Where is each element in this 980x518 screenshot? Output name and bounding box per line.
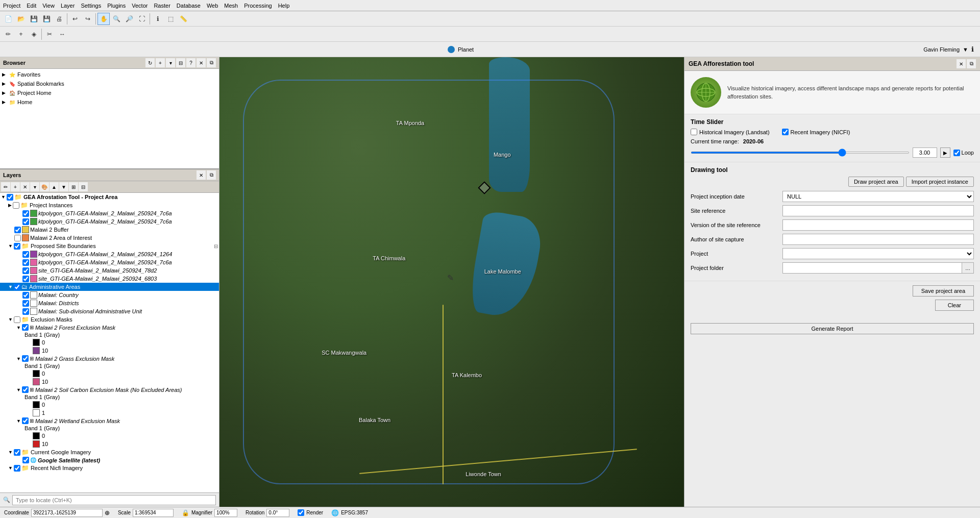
menu-item-processing[interactable]: Processing (241, 2, 275, 10)
project-select[interactable] (782, 248, 974, 259)
layers-edit-btn[interactable]: ✏ (1, 182, 10, 191)
undo-btn[interactable]: ↩ (69, 13, 81, 25)
layers-filter-btn[interactable]: ▾ (30, 182, 39, 191)
aa-check[interactable] (14, 284, 20, 290)
project-folder-browse-btn[interactable]: … (962, 262, 974, 274)
menu-item-web[interactable]: Web (204, 2, 221, 10)
gm-check[interactable] (22, 355, 29, 362)
fm-check[interactable] (22, 324, 29, 331)
layer-gea-group[interactable]: ▼ 📁 GEA Afrostation Tool - Project Area (0, 193, 219, 201)
md-check[interactable] (22, 300, 29, 307)
layer-malawi-country[interactable]: Malawi: Country (0, 291, 219, 299)
coordinate-input[interactable] (31, 509, 103, 517)
move-btn[interactable]: ↔ (56, 28, 68, 40)
menu-item-project[interactable]: Project (0, 2, 23, 10)
select-btn[interactable]: ⬚ (164, 13, 177, 25)
clear-btn[interactable]: Clear (935, 300, 974, 311)
layer-proposed-sites[interactable]: ▼ 📁 Proposed Site Boundaries ⊟ (0, 242, 219, 250)
layer-forest-mask[interactable]: ▼ ⊞ Malawi 2 Forest Exclusion Mask (0, 324, 219, 331)
sm-check[interactable] (22, 386, 29, 393)
layers-expand-btn[interactable]: ⊞ (69, 182, 78, 191)
menu-item-edit[interactable]: Edit (23, 2, 39, 10)
browser-detach-btn[interactable]: ⧉ (207, 58, 216, 67)
site-reference-input[interactable] (782, 205, 974, 216)
rotation-input[interactable] (266, 509, 289, 517)
browser-project-home[interactable]: ▶ 🏠 Project Home (1, 88, 218, 97)
menu-item-settings[interactable]: Settings (78, 2, 104, 10)
layer-malawi-buffer[interactable]: Malawi 2 Buffer (0, 226, 219, 234)
speed-input[interactable]: 3.00 (913, 147, 937, 158)
browser-spatial-bookmarks[interactable]: ▶ 🔖 Spatial Bookmarks (1, 79, 218, 88)
print-btn[interactable]: 🖨 (53, 13, 65, 25)
layer-google-imagery[interactable]: ▼ 📁 Current Google Imagery (0, 448, 219, 456)
menu-item-database[interactable]: Database (174, 2, 204, 10)
menu-item-layer[interactable]: Layer (58, 2, 78, 10)
map-area[interactable]: ✎ TA Mponda Mango TA Chimwala Lake Malom… (219, 57, 684, 507)
menu-item-vector[interactable]: Vector (129, 2, 151, 10)
edit-node-btn[interactable]: ◈ (28, 28, 40, 40)
pan-btn[interactable]: ✋ (97, 13, 110, 25)
ktp1-check[interactable] (22, 210, 29, 217)
zoom-in-btn[interactable]: 🔍 (110, 13, 122, 25)
s68-check[interactable] (22, 276, 29, 282)
layers-close-btn[interactable]: ✕ (197, 170, 206, 180)
layers-remove-btn[interactable]: ✕ (20, 182, 30, 191)
layer-project-instances[interactable]: ▶ 📁 Project Instances (0, 201, 219, 209)
s78-check[interactable] (22, 267, 29, 274)
layers-down-btn[interactable]: ▼ (59, 182, 68, 191)
menu-item-raster[interactable]: Raster (151, 2, 173, 10)
browser-favorites[interactable]: ▶ ⭐ Favorites (1, 70, 218, 79)
kt1264-check[interactable] (22, 251, 29, 258)
identify-btn[interactable]: ℹ (152, 13, 164, 25)
browser-collapse-btn[interactable]: ⊟ (176, 58, 185, 67)
digitize-btn[interactable]: ✏ (2, 28, 14, 40)
ktp2-check[interactable] (22, 218, 29, 225)
browser-home[interactable]: ▶ 📁 Home (1, 97, 218, 107)
layers-style-btn[interactable]: 🎨 (40, 182, 49, 191)
em-check[interactable] (14, 316, 20, 323)
layer-nicfi[interactable]: ▼ 📁 Recent Nicfi Imagery (0, 464, 219, 472)
layer-kt1264[interactable]: ktpolygon_GTI-GEA-Malawi_2_Malawi_250924… (0, 250, 219, 258)
nicfi-check[interactable] (14, 465, 20, 472)
scale-input[interactable] (133, 509, 174, 517)
gs-check[interactable] (22, 457, 29, 463)
layer-malawi-aoi[interactable]: Malawi 2 Area of Interest (0, 234, 219, 242)
psb-check[interactable] (14, 243, 20, 250)
browser-help-btn[interactable]: ? (186, 58, 195, 67)
gea-group-check[interactable] (7, 194, 13, 201)
layer-wetland-mask[interactable]: ▼ ⊞ Malawi 2 Wetland Exclusion Mask (0, 417, 219, 425)
layer-ktpoly-2[interactable]: ktpolygon_GTI-GEA-Malawi_2_Malawi_250924… (0, 217, 219, 226)
layer-kt7c6a[interactable]: ktpolygon_GTI-GEA-Malawi_2_Malawi_250924… (0, 258, 219, 266)
layer-exclusion-masks[interactable]: ▼ 📁 Exclusion Masks (0, 315, 219, 324)
menu-item-plugins[interactable]: Plugins (104, 2, 129, 10)
pi-check[interactable] (13, 202, 19, 209)
layers-up-btn[interactable]: ▲ (50, 182, 59, 191)
save-project-btn[interactable]: 💾 (28, 13, 40, 25)
play-button[interactable]: ▶ (940, 147, 950, 158)
browser-close-btn[interactable]: ✕ (197, 58, 206, 67)
mc-check[interactable] (22, 292, 29, 299)
browser-refresh-btn[interactable]: ↻ (145, 58, 155, 67)
layer-soil-mask[interactable]: ▼ ⊞ Malawi 2 Soil Carbon Exclusion Mask … (0, 386, 219, 393)
historical-checkbox[interactable] (691, 129, 697, 135)
layer-site78d2[interactable]: site_GTI-GEA-Malawi_2_Malawi_250924_78d2 (0, 266, 219, 275)
draw-project-area-btn[interactable]: Draw project area (848, 177, 904, 187)
layers-detach-btn[interactable]: ⧉ (207, 170, 216, 180)
menu-item-help[interactable]: Help (275, 2, 293, 10)
generate-report-btn[interactable]: Generate Report (691, 323, 974, 334)
add-feature-btn[interactable]: + (15, 28, 27, 40)
layer-ktpoly-1[interactable]: ktpolygon_GTI-GEA-Malawi_2_Malawi_250924… (0, 209, 219, 217)
layer-admin-areas[interactable]: ▼ 🗂 Administrative Areas (0, 283, 219, 291)
render-checkbox[interactable] (298, 509, 304, 516)
mb-check[interactable] (14, 227, 21, 233)
gea-close-btn[interactable]: ✕ (957, 59, 966, 68)
redo-btn[interactable]: ↪ (82, 13, 94, 25)
menu-item-mesh[interactable]: Mesh (221, 2, 241, 10)
layer-grass-mask[interactable]: ▼ ⊞ Malawi 2 Grass Exclusion Mask (0, 355, 219, 362)
kt7c6a-check[interactable] (22, 259, 29, 266)
magnifier-input[interactable] (214, 509, 237, 517)
loop-checkbox[interactable] (953, 150, 960, 156)
import-project-instance-btn[interactable]: Import project instance (906, 177, 974, 187)
inception-select[interactable]: NULL (782, 191, 974, 202)
recent-checkbox[interactable] (782, 129, 789, 135)
